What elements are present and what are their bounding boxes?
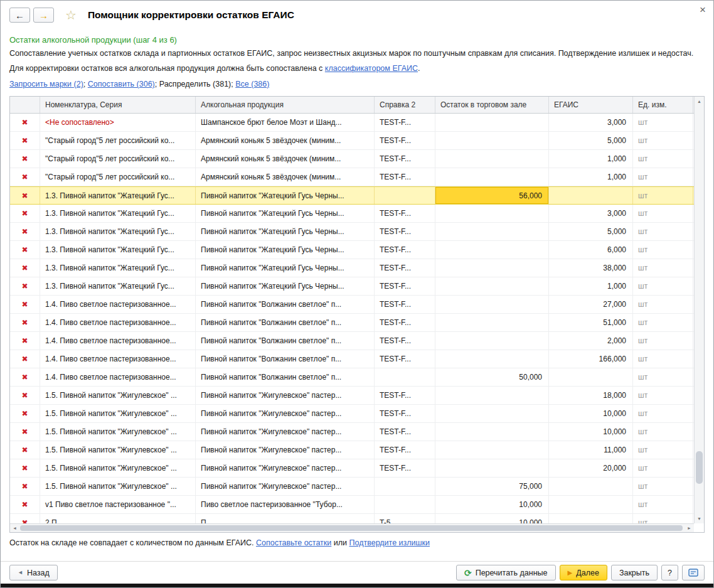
cell-product[interactable]: Пивной напиток "Жигулевское" пастер... xyxy=(196,423,375,441)
scroll-left-icon[interactable]: ◄ xyxy=(10,524,19,532)
cell-status[interactable]: ✖ xyxy=(10,387,40,404)
table-row[interactable]: ✖1.5. Пивной напиток "Жигулевское" ...Пи… xyxy=(10,478,694,496)
cell-unit[interactable]: шт xyxy=(633,405,693,422)
cell-nomenclature[interactable]: 1.4. Пиво светлое пастеризованное... xyxy=(40,314,196,331)
cell-reference2[interactable]: TEST-F... xyxy=(375,150,435,168)
cell-egais-balance[interactable]: 166,000 xyxy=(549,350,633,368)
table-row[interactable]: ✖1.5. Пивной напиток "Жигулевское" ...Пи… xyxy=(10,405,694,423)
cell-unit[interactable]: шт xyxy=(633,150,693,168)
cell-egais-balance[interactable]: 1,000 xyxy=(549,168,633,186)
next-button[interactable]: ▶ Далее xyxy=(560,565,607,580)
cell-egais-balance[interactable] xyxy=(549,478,633,495)
cell-nomenclature[interactable]: 2 П... xyxy=(40,514,196,523)
cell-reference2[interactable]: TEST-F... xyxy=(375,441,435,459)
cell-reference2[interactable]: TEST-F... xyxy=(375,296,435,313)
cell-status[interactable]: ✖ xyxy=(10,514,40,523)
cell-nomenclature[interactable]: 1.3. Пивной напиток "Жатецкий Гус... xyxy=(40,205,196,222)
column-header-2[interactable]: Алкогольная продукция xyxy=(196,97,375,113)
cell-store-balance[interactable] xyxy=(435,114,549,131)
cell-status[interactable]: ✖ xyxy=(10,187,40,204)
cell-status[interactable]: ✖ xyxy=(10,314,40,331)
cell-nomenclature[interactable]: 1.4. Пиво светлое пастеризованное... xyxy=(40,332,196,350)
cell-reference2[interactable]: TEST-F... xyxy=(375,277,435,295)
table-row[interactable]: ✖2 П...П...T-5...10,000шт xyxy=(10,514,694,523)
cell-store-balance[interactable] xyxy=(435,150,549,168)
cell-product[interactable]: Пивной напиток "Жигулевское" пастер... xyxy=(196,387,375,404)
column-header-5[interactable]: ЕГАИС xyxy=(549,97,633,113)
cell-unit[interactable]: шт xyxy=(633,459,693,477)
table-row[interactable]: ✖1.3. Пивной напиток "Жатецкий Гус...Пив… xyxy=(10,205,694,223)
cell-store-balance[interactable] xyxy=(435,277,549,295)
cell-store-balance[interactable]: 75,000 xyxy=(435,478,549,495)
cell-unit[interactable]: шт xyxy=(633,350,693,368)
cell-unit[interactable]: шт xyxy=(633,132,693,149)
cell-nomenclature[interactable]: 1.3. Пивной напиток "Жатецкий Гус... xyxy=(40,259,196,277)
cell-unit[interactable]: шт xyxy=(633,168,693,186)
cell-product[interactable]: Пивной напиток "Жатецкий Гусь Черны... xyxy=(196,187,375,204)
cell-status[interactable]: ✖ xyxy=(10,296,40,313)
cell-store-balance[interactable] xyxy=(435,459,549,477)
cell-store-balance[interactable] xyxy=(435,350,549,368)
cell-unit[interactable]: шт xyxy=(633,241,693,259)
cell-product[interactable]: Пивной напиток "Жатецкий Гусь Черны... xyxy=(196,259,375,277)
cell-egais-balance[interactable] xyxy=(549,496,633,513)
vertical-scroll-thumb[interactable] xyxy=(696,451,703,484)
cell-status[interactable]: ✖ xyxy=(10,478,40,495)
cell-product[interactable]: Пивной напиток "Жигулевское" пастер... xyxy=(196,459,375,477)
cell-unit[interactable]: шт xyxy=(633,205,693,222)
cell-reference2[interactable]: TEST-F... xyxy=(375,114,435,131)
cell-status[interactable]: ✖ xyxy=(10,441,40,459)
cell-reference2[interactable]: TEST-F... xyxy=(375,132,435,149)
cell-store-balance[interactable] xyxy=(435,241,549,259)
cell-product[interactable]: Пивной напиток "Жигулевское" пастер... xyxy=(196,478,375,495)
cell-status[interactable]: ✖ xyxy=(10,223,40,240)
column-header-0[interactable] xyxy=(10,97,40,113)
cell-status[interactable]: ✖ xyxy=(10,241,40,259)
horizontal-scrollbar[interactable]: ◄ ► xyxy=(10,523,694,532)
cell-store-balance[interactable]: 10,000 xyxy=(435,514,549,523)
cell-nomenclature[interactable]: 1.3. Пивной напиток "Жатецкий Гус... xyxy=(40,187,196,204)
cell-nomenclature[interactable]: "Старый город"5 лет российский ко... xyxy=(40,132,196,149)
table-row[interactable]: ✖1.3. Пивной напиток "Жатецкий Гус...Пив… xyxy=(10,223,694,241)
help-button[interactable]: ? xyxy=(661,565,678,580)
table-row[interactable]: ✖1.3. Пивной напиток "Жатецкий Гус...Пив… xyxy=(10,241,694,259)
cell-unit[interactable]: шт xyxy=(633,114,693,131)
cell-unit[interactable]: шт xyxy=(633,277,693,295)
cell-egais-balance[interactable]: 38,000 xyxy=(549,259,633,277)
cell-status[interactable]: ✖ xyxy=(10,205,40,222)
cell-store-balance[interactable]: 50,000 xyxy=(435,368,549,386)
cell-reference2[interactable]: TEST-F... xyxy=(375,332,435,350)
cell-store-balance[interactable]: 56,000 xyxy=(435,187,549,204)
reread-data-button[interactable]: ⟳ Перечитать данные xyxy=(456,565,556,580)
cell-status[interactable]: ✖ xyxy=(10,496,40,513)
cell-egais-balance[interactable]: 1,000 xyxy=(549,277,633,295)
cell-store-balance[interactable] xyxy=(435,423,549,441)
cell-status[interactable]: ✖ xyxy=(10,332,40,350)
cell-unit[interactable]: шт xyxy=(633,423,693,441)
cell-status[interactable]: ✖ xyxy=(10,132,40,149)
favorite-star-icon[interactable]: ☆ xyxy=(65,9,77,21)
cell-nomenclature[interactable]: 1.3. Пивной напиток "Жатецкий Гус... xyxy=(40,223,196,240)
cell-nomenclature[interactable]: 1.3. Пивной напиток "Жатецкий Гус... xyxy=(40,241,196,259)
cell-status[interactable]: ✖ xyxy=(10,168,40,186)
cell-product[interactable]: Пивной напиток "Жатецкий Гусь Черны... xyxy=(196,205,375,222)
scroll-down-icon[interactable]: ▼ xyxy=(695,514,704,523)
form-settings-button[interactable] xyxy=(682,565,705,580)
cell-reference2[interactable]: TEST-F... xyxy=(375,314,435,331)
cell-product[interactable]: Пивной напиток "Жатецкий Гусь Черны... xyxy=(196,277,375,295)
cell-product[interactable]: П... xyxy=(196,514,375,523)
cell-unit[interactable]: шт xyxy=(633,368,693,386)
cell-reference2[interactable]: T-5... xyxy=(375,514,435,523)
vertical-scrollbar[interactable]: ▲ ▼ xyxy=(694,97,704,523)
cell-nomenclature[interactable]: <Не сопоставлено> xyxy=(40,114,196,131)
cell-egais-balance[interactable]: 18,000 xyxy=(549,387,633,404)
cell-reference2[interactable]: TEST-F... xyxy=(375,259,435,277)
cell-egais-balance[interactable]: 5,000 xyxy=(549,223,633,240)
scroll-right-icon[interactable]: ► xyxy=(685,524,694,532)
cell-product[interactable]: Армянский коньяк 5 звёздочек (миним... xyxy=(196,132,375,149)
cell-status[interactable]: ✖ xyxy=(10,423,40,441)
cell-egais-balance[interactable]: 5,000 xyxy=(549,132,633,149)
scroll-up-icon[interactable]: ▲ xyxy=(695,97,704,106)
cell-egais-balance[interactable]: 27,000 xyxy=(549,296,633,313)
back-button[interactable]: ◄ Назад xyxy=(9,565,58,580)
